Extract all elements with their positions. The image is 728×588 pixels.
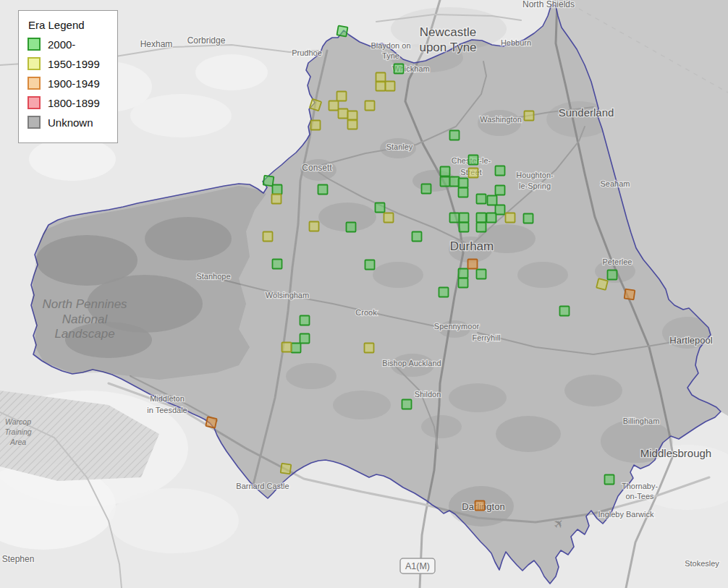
era-marker-2000-[interactable] [422, 184, 431, 194]
map-label: Hexham [140, 39, 173, 49]
region-label: North Pennines [42, 297, 127, 311]
era-marker-2000-[interactable] [347, 223, 356, 232]
era-marker-2000-[interactable] [477, 195, 486, 204]
era-marker-1950-1999[interactable] [310, 99, 321, 111]
era-marker-2000-[interactable] [560, 307, 570, 316]
era-marker-1900-1949[interactable] [475, 501, 485, 511]
era-marker-2000-[interactable] [337, 25, 347, 36]
era-marker-1950-1999[interactable] [337, 92, 347, 101]
era-marker-2000-[interactable] [608, 270, 617, 280]
era-marker-1950-1999[interactable] [339, 109, 348, 119]
era-marker-1950-1999[interactable] [365, 344, 374, 353]
era-marker-1950-1999[interactable] [525, 111, 534, 121]
era-marker-2000-[interactable] [292, 344, 301, 353]
era-marker-1950-1999[interactable] [386, 82, 395, 91]
map-label: Stokesley [685, 559, 719, 568]
map-label: North Shields [522, 0, 575, 9]
region-label: National [62, 312, 109, 326]
map-label: Kirkby Stephen [0, 554, 34, 564]
era-marker-2000-[interactable] [496, 166, 505, 176]
era-marker-1950-1999[interactable] [506, 213, 515, 223]
era-marker-2000-[interactable] [459, 188, 468, 197]
map-label: Sunderland [559, 106, 614, 119]
era-marker-1950-1999[interactable] [311, 121, 321, 130]
era-marker-1900-1949[interactable] [206, 417, 216, 427]
era-marker-1950-1999[interactable] [469, 169, 478, 178]
era-marker-2000-[interactable] [394, 64, 404, 74]
era-marker-2000-[interactable] [469, 155, 478, 165]
map-label: le-Spring [519, 182, 551, 190]
era-marker-2000-[interactable] [402, 400, 412, 409]
era-marker-1950-1999[interactable] [329, 101, 339, 111]
terrain-patch [130, 94, 232, 137]
era-marker-2000-[interactable] [376, 203, 385, 213]
map-label: Houghton- [516, 171, 554, 179]
era-marker-2000-[interactable] [450, 213, 460, 223]
map-label: Barnard Castle [236, 482, 289, 490]
era-marker-2000-[interactable] [605, 475, 614, 485]
era-marker-1950-1999[interactable] [376, 82, 386, 91]
legend-swatch-icon [27, 38, 41, 51]
era-marker-2000-[interactable] [524, 214, 533, 223]
terrain-patch [109, 488, 239, 553]
era-marker-1950-1999[interactable] [282, 343, 292, 352]
region-label: Landscape [54, 327, 114, 341]
map-label: Peterlee [603, 257, 632, 266]
map-label: Shildon [415, 390, 441, 399]
era-marker-2000-[interactable] [459, 278, 468, 288]
era-marker-2000-[interactable] [450, 131, 460, 140]
era-marker-1950-1999[interactable] [272, 195, 282, 204]
map-label: Crook [355, 308, 377, 317]
era-marker-1900-1949[interactable] [468, 260, 478, 269]
map-label: Corbridge [187, 35, 226, 46]
era-marker-2000-[interactable] [496, 186, 505, 195]
era-marker-2000-[interactable] [488, 196, 497, 205]
era-marker-2000-[interactable] [460, 223, 469, 232]
era-marker-1950-1999[interactable] [365, 101, 375, 111]
era-marker-2000-[interactable] [365, 260, 375, 270]
era-marker-1950-1999[interactable] [348, 120, 357, 129]
era-marker-2000-[interactable] [487, 213, 496, 223]
era-marker-2000-[interactable] [300, 334, 310, 344]
era-marker-2000-[interactable] [477, 270, 486, 279]
era-marker-2000-[interactable] [441, 177, 450, 187]
era-marker-2000-[interactable] [450, 177, 460, 187]
legend-title: Era Legend [28, 19, 109, 31]
map-label: on-Tees [625, 492, 654, 500]
era-marker-2000-[interactable] [439, 288, 449, 297]
era-marker-2000-[interactable] [318, 185, 328, 195]
era-marker-1950-1999[interactable] [376, 73, 386, 82]
map-label: Stanhope [196, 272, 230, 281]
map-label: Newcastle [420, 25, 476, 39]
era-marker-2000-[interactable] [496, 205, 505, 215]
era-marker-1950-1999[interactable] [596, 278, 608, 290]
era-marker-2000-[interactable] [273, 260, 282, 269]
era-marker-2000-[interactable] [477, 223, 486, 232]
era-marker-1950-1999[interactable] [384, 213, 394, 223]
map-label: Prudhoe [292, 48, 322, 57]
era-marker-1950-1999[interactable] [281, 464, 292, 474]
era-marker-2000-[interactable] [441, 167, 450, 176]
map-label: Middleton [150, 394, 185, 403]
map-label: Stanley [386, 142, 413, 151]
legend-label: Unknown [48, 116, 93, 129]
map-label: in Teesdale [147, 406, 187, 414]
era-marker-2000-[interactable] [273, 185, 282, 195]
era-marker-2000-[interactable] [412, 232, 422, 242]
era-marker-2000-[interactable] [300, 316, 310, 325]
era-marker-2000-[interactable] [460, 213, 469, 223]
map-label: Ferryhill [472, 333, 500, 342]
era-marker-2000-[interactable] [459, 269, 468, 278]
era-marker-2000-[interactable] [459, 179, 468, 188]
era-marker-1950-1999[interactable] [263, 232, 273, 242]
era-marker-1950-1999[interactable] [310, 222, 319, 231]
road-badge-label: A1(M) [405, 561, 430, 571]
map-label: upon Tyne [419, 41, 476, 54]
era-marker-1950-1999[interactable] [348, 111, 357, 121]
era-marker-2000-[interactable] [477, 213, 486, 223]
legend-row: 2000- [27, 38, 109, 51]
era-marker-1900-1949[interactable] [625, 289, 635, 300]
map-label: Durham [450, 239, 494, 253]
legend-swatch-icon [27, 96, 41, 109]
legend-swatch-icon [27, 77, 41, 90]
